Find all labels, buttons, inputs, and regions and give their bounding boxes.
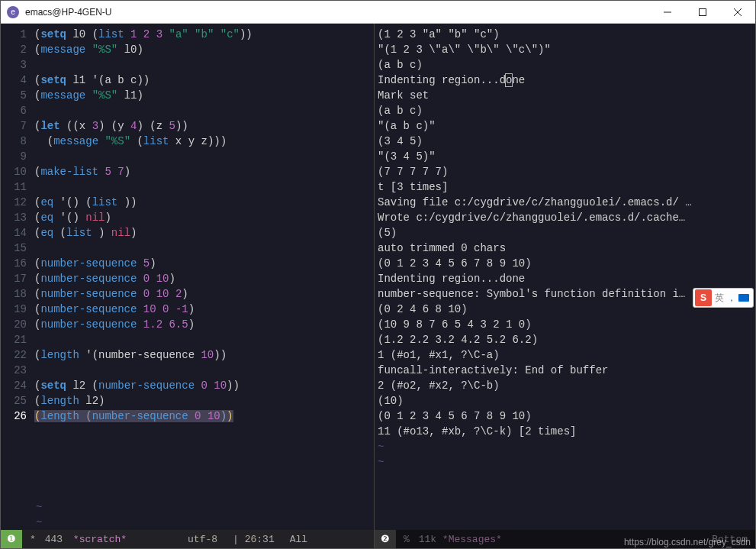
encoding: utf-8 bbox=[180, 534, 225, 545]
message-line: 1 (#o1, #x1, ?\C-a) bbox=[378, 347, 755, 363]
message-line: t [3 times] bbox=[378, 179, 755, 195]
code-line[interactable]: (number-sequence 0 10 2) bbox=[34, 286, 374, 302]
message-line: (7 7 7 7 7) bbox=[378, 164, 755, 179]
emacs-icon: e bbox=[7, 6, 19, 18]
message-line: "(1 2 3 \"a\" \"b\" \"c\")" bbox=[378, 42, 755, 57]
code-line[interactable]: (setq l1 '(a b c)) bbox=[34, 73, 374, 88]
message-line: (10 9 8 7 6 5 4 3 2 1 0) bbox=[378, 317, 755, 332]
message-line: "(3 4 5)" bbox=[378, 149, 755, 164]
cursor-position: | 26:31 bbox=[225, 534, 282, 545]
message-line: (1 2 3 "a" "b" "c") bbox=[378, 27, 755, 42]
window-title: emacs@HP-4GEN-U bbox=[25, 7, 650, 18]
buffer-status: * 443 *scratch* bbox=[22, 534, 134, 545]
code-line[interactable]: (number-sequence 1.2 6.5) bbox=[34, 317, 374, 332]
message-line: "(a b c)" bbox=[378, 118, 755, 134]
code-line[interactable]: (setq l0 (list 1 2 3 "a" "b" "c")) bbox=[34, 27, 374, 42]
code-line[interactable] bbox=[34, 149, 374, 164]
messages-buffer[interactable]: (1 2 3 "a" "b" "c")"(1 2 3 \"a\" \"b\" \… bbox=[375, 24, 755, 530]
maximize-button[interactable] bbox=[685, 1, 720, 24]
code-line[interactable] bbox=[34, 57, 374, 73]
code-line[interactable]: (number-sequence 10 0 -1) bbox=[34, 302, 374, 317]
emacs-window: e emacs@HP-4GEN-U 1234567891011121314151… bbox=[0, 0, 756, 549]
code-line[interactable]: (number-sequence 5) bbox=[34, 256, 374, 271]
message-line: Wrote c:/cygdrive/c/zhangguolei/.emacs.d… bbox=[378, 210, 755, 225]
code-line[interactable]: (let ((x 3) (y 4) (z 5)) bbox=[34, 118, 374, 134]
code-line[interactable]: (number-sequence 0 10) bbox=[34, 271, 374, 286]
close-button[interactable] bbox=[720, 1, 755, 24]
code-line[interactable] bbox=[34, 103, 374, 118]
code-line[interactable]: (make-list 5 7) bbox=[34, 164, 374, 179]
message-line: (1.2 2.2 3.2 4.2 5.2 6.2) bbox=[378, 332, 755, 347]
code-line[interactable]: (message "%S" l0) bbox=[34, 42, 374, 57]
left-pane: 1234567891011121314151617181920212223242… bbox=[1, 24, 375, 548]
message-line: (a b c) bbox=[378, 103, 755, 118]
buffer-status: % 11k *Messages* bbox=[396, 534, 510, 545]
message-line: (5) bbox=[378, 225, 755, 241]
message-line: (a b c) bbox=[378, 57, 755, 73]
message-line: Saving file c:/cygdrive/c/zhangguolei/.e… bbox=[378, 195, 755, 210]
titlebar[interactable]: e emacs@HP-4GEN-U bbox=[1, 1, 755, 24]
ime-s-icon: S bbox=[695, 289, 712, 306]
ime-indicator[interactable]: S 英 ， bbox=[693, 288, 754, 308]
code-line[interactable] bbox=[34, 179, 374, 195]
code-line[interactable]: (message "%S" l1) bbox=[34, 88, 374, 103]
code-line[interactable]: (setq l2 (number-sequence 0 10)) bbox=[34, 378, 374, 393]
code-line[interactable] bbox=[34, 332, 374, 347]
editor-area: 1234567891011121314151617181920212223242… bbox=[1, 24, 755, 548]
message-line: (0 1 2 3 4 5 6 7 8 9 10) bbox=[378, 256, 755, 271]
svg-rect-1 bbox=[700, 8, 706, 15]
message-line: (10) bbox=[378, 393, 755, 409]
code-line[interactable]: (message "%S" (list x y z))) bbox=[34, 134, 374, 149]
code-line[interactable]: (eq (list ) nil) bbox=[34, 225, 374, 241]
scratch-buffer[interactable]: 1234567891011121314151617181920212223242… bbox=[1, 24, 374, 499]
buffer-name: *scratch* bbox=[73, 534, 127, 545]
modeline-left[interactable]: ❶ * 443 *scratch* utf-8 | 26:31 All bbox=[1, 530, 374, 548]
code-line[interactable] bbox=[34, 241, 374, 256]
code-line[interactable] bbox=[34, 363, 374, 378]
message-line: funcall-interactively: End of buffer bbox=[378, 363, 755, 378]
code-line[interactable]: (eq '() nil) bbox=[34, 210, 374, 225]
message-line: 2 (#o2, #x2, ?\C-b) bbox=[378, 378, 755, 393]
message-line: (0 1 2 3 4 5 6 7 8 9 10) bbox=[378, 409, 755, 424]
ime-comma-icon: ， bbox=[727, 292, 736, 305]
ime-lang: 英 bbox=[715, 292, 724, 305]
scroll-indicator: Bottom bbox=[712, 534, 755, 545]
message-line: Mark set bbox=[378, 88, 755, 103]
code-line[interactable]: (length '(number-sequence 10)) bbox=[34, 347, 374, 363]
minimize-button[interactable] bbox=[650, 1, 685, 24]
right-pane: (1 2 3 "a" "b" "c")"(1 2 3 \"a\" \"b\" \… bbox=[375, 24, 755, 548]
code-line[interactable]: (eq '() (list )) bbox=[34, 195, 374, 210]
messages-text[interactable]: (1 2 3 "a" "b" "c")"(1 2 3 \"a\" \"b\" \… bbox=[375, 27, 755, 530]
message-line: Indenting region...done bbox=[378, 271, 755, 286]
message-line: 11 (#o13, #xb, ?\C-k) [2 times] bbox=[378, 424, 755, 439]
message-line: Indenting region...done bbox=[378, 73, 755, 88]
modeline-right[interactable]: ❷ % 11k *Messages* Bottom bbox=[375, 530, 755, 548]
code-text[interactable]: (setq l0 (list 1 2 3 "a" "b" "c"))(messa… bbox=[34, 27, 374, 499]
message-line: (3 4 5) bbox=[378, 134, 755, 149]
window-number-badge: ❶ bbox=[1, 530, 22, 548]
code-line[interactable]: (length (number-sequence 0 10)) bbox=[34, 409, 374, 424]
message-line: auto trimmed 0 chars bbox=[378, 241, 755, 256]
buffer-name: *Messages* bbox=[442, 534, 502, 545]
window-number-badge: ❷ bbox=[375, 530, 396, 548]
code-line[interactable]: (length l2) bbox=[34, 393, 374, 409]
scroll-indicator: All bbox=[282, 534, 315, 545]
ime-keyboard-icon bbox=[738, 294, 749, 302]
